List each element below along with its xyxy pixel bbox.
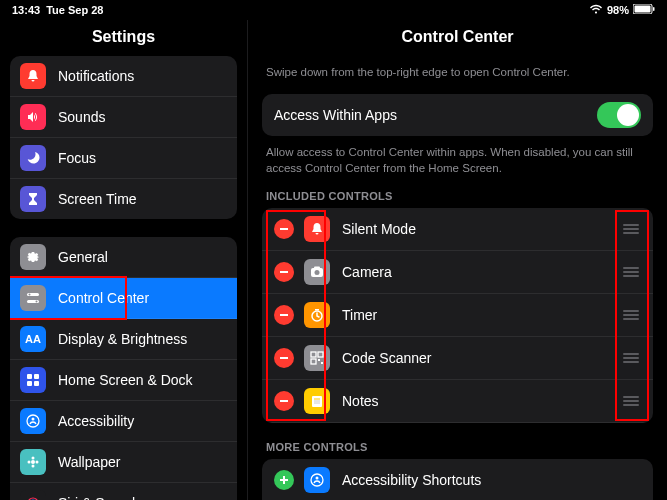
sidebar-item-label: Home Screen & Dock bbox=[58, 372, 193, 388]
included-silent-mode[interactable]: Silent Mode bbox=[262, 208, 653, 251]
qr-icon bbox=[304, 345, 330, 371]
svg-rect-30 bbox=[315, 309, 319, 311]
svg-point-12 bbox=[32, 418, 35, 421]
switches-icon bbox=[20, 285, 46, 311]
moon-icon bbox=[20, 145, 46, 171]
access-desc: Allow access to Control Center within ap… bbox=[266, 144, 649, 176]
svg-rect-35 bbox=[318, 359, 320, 361]
bell-icon bbox=[304, 216, 330, 242]
sidebar-item-sounds[interactable]: Sounds bbox=[10, 97, 237, 138]
notes-icon bbox=[304, 388, 330, 414]
AA-icon: AA bbox=[20, 326, 46, 352]
sidebar-item-display-brightness[interactable]: AADisplay & Brightness bbox=[10, 319, 237, 360]
status-bar: 13:43 Tue Sep 28 98% bbox=[0, 0, 667, 20]
svg-rect-31 bbox=[280, 357, 288, 359]
status-date: Tue Sep 28 bbox=[46, 4, 103, 16]
svg-point-14 bbox=[32, 457, 35, 460]
svg-rect-27 bbox=[314, 267, 320, 269]
drag-handle[interactable] bbox=[621, 392, 641, 410]
page-title: Control Center bbox=[262, 20, 653, 64]
access-toggle[interactable] bbox=[597, 102, 641, 128]
svg-rect-8 bbox=[34, 374, 39, 379]
settings-sidebar[interactable]: Settings NotificationsSoundsFocusScreen … bbox=[0, 20, 248, 500]
svg-rect-24 bbox=[280, 271, 288, 273]
flower-icon bbox=[20, 449, 46, 475]
included-notes[interactable]: Notes bbox=[262, 380, 653, 423]
sidebar-item-general[interactable]: General bbox=[10, 237, 237, 278]
svg-rect-1 bbox=[635, 6, 651, 13]
content-pane[interactable]: Control Center Swipe down from the top-r… bbox=[248, 20, 667, 500]
svg-point-45 bbox=[316, 477, 319, 480]
remove-button[interactable] bbox=[274, 391, 294, 411]
remove-button[interactable] bbox=[274, 262, 294, 282]
control-label: Timer bbox=[342, 307, 377, 323]
remove-button[interactable] bbox=[274, 348, 294, 368]
control-label: Code Scanner bbox=[342, 350, 432, 366]
included-camera[interactable]: Camera bbox=[262, 251, 653, 294]
svg-rect-36 bbox=[321, 362, 323, 364]
more-controls-group: Accessibility ShortcutsAlarmApple TV Rem… bbox=[262, 459, 653, 500]
included-header: INCLUDED CONTROLS bbox=[266, 190, 649, 202]
included-controls-group: Silent ModeCameraTimerCode ScannerNotes bbox=[262, 208, 653, 423]
svg-rect-28 bbox=[280, 314, 288, 316]
included-code-scanner[interactable]: Code Scanner bbox=[262, 337, 653, 380]
control-label: Camera bbox=[342, 264, 392, 280]
svg-rect-23 bbox=[280, 228, 288, 230]
swipe-hint: Swipe down from the top-right edge to op… bbox=[266, 64, 649, 80]
svg-rect-37 bbox=[280, 400, 288, 402]
battery-percent: 98% bbox=[607, 4, 629, 16]
drag-handle[interactable] bbox=[621, 263, 641, 281]
sidebar-item-label: Display & Brightness bbox=[58, 331, 187, 347]
person-icon bbox=[304, 467, 330, 493]
svg-point-15 bbox=[32, 465, 35, 468]
access-within-apps-row[interactable]: Access Within Apps bbox=[262, 94, 653, 136]
access-within-apps-group: Access Within Apps bbox=[262, 94, 653, 136]
more-header: MORE CONTROLS bbox=[266, 441, 649, 453]
included-timer[interactable]: Timer bbox=[262, 294, 653, 337]
sidebar-item-label: Focus bbox=[58, 150, 96, 166]
camera-icon bbox=[304, 259, 330, 285]
svg-point-44 bbox=[311, 474, 323, 486]
sidebar-item-screen-time[interactable]: Screen Time bbox=[10, 179, 237, 219]
speaker-icon bbox=[20, 104, 46, 130]
drag-handle[interactable] bbox=[621, 349, 641, 367]
svg-point-4 bbox=[29, 294, 31, 296]
remove-button[interactable] bbox=[274, 305, 294, 325]
control-label: Notes bbox=[342, 393, 379, 409]
drag-handle[interactable] bbox=[621, 220, 641, 238]
sidebar-item-label: Notifications bbox=[58, 68, 134, 84]
sidebar-item-siri-search[interactable]: Siri & Search bbox=[10, 483, 237, 500]
svg-point-26 bbox=[315, 270, 320, 275]
person-icon bbox=[20, 408, 46, 434]
svg-point-17 bbox=[36, 461, 39, 464]
svg-rect-7 bbox=[27, 374, 32, 379]
svg-rect-2 bbox=[653, 7, 655, 11]
sidebar-item-notifications[interactable]: Notifications bbox=[10, 56, 237, 97]
sidebar-item-control-center[interactable]: Control Center bbox=[10, 278, 237, 319]
gear-icon bbox=[20, 244, 46, 270]
sidebar-item-focus[interactable]: Focus bbox=[10, 138, 237, 179]
sidebar-item-label: Screen Time bbox=[58, 191, 137, 207]
svg-rect-43 bbox=[283, 476, 285, 484]
sidebar-item-label: Accessibility bbox=[58, 413, 134, 429]
sidebar-item-label: Control Center bbox=[58, 290, 149, 306]
grid-icon bbox=[20, 367, 46, 393]
sidebar-item-label: Siri & Search bbox=[58, 495, 140, 500]
sidebar-item-wallpaper[interactable]: Wallpaper bbox=[10, 442, 237, 483]
sidebar-item-accessibility[interactable]: Accessibility bbox=[10, 401, 237, 442]
more-accessibility-shortcuts[interactable]: Accessibility Shortcuts bbox=[262, 459, 653, 500]
access-label: Access Within Apps bbox=[274, 107, 397, 123]
svg-rect-10 bbox=[34, 381, 39, 386]
siri-icon bbox=[20, 490, 46, 500]
sidebar-item-home-screen-dock[interactable]: Home Screen & Dock bbox=[10, 360, 237, 401]
drag-handle[interactable] bbox=[621, 306, 641, 324]
wifi-icon bbox=[589, 4, 603, 16]
hourglass-icon bbox=[20, 186, 46, 212]
remove-button[interactable] bbox=[274, 219, 294, 239]
add-button[interactable] bbox=[274, 470, 294, 490]
svg-point-11 bbox=[27, 415, 39, 427]
sidebar-title: Settings bbox=[0, 20, 247, 56]
control-label: Silent Mode bbox=[342, 221, 416, 237]
bell-icon bbox=[20, 63, 46, 89]
status-time: 13:43 bbox=[12, 4, 40, 16]
